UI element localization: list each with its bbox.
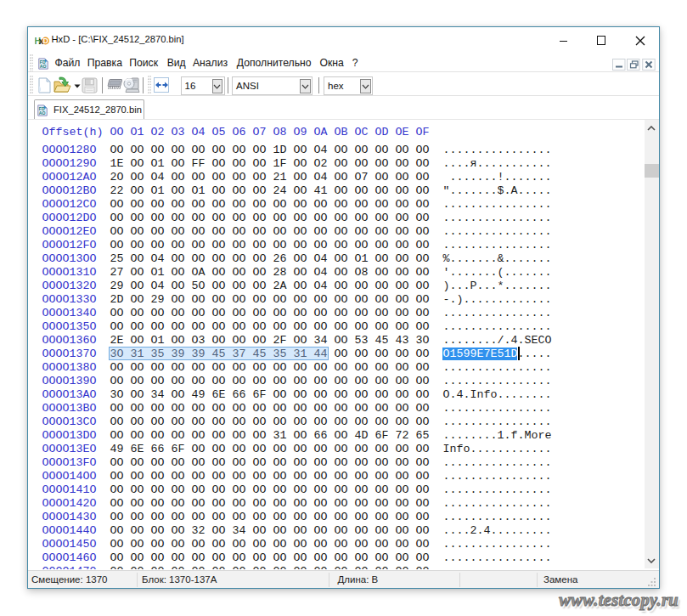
svg-text:D: D [42, 37, 48, 45]
svg-text:AO: AO [39, 110, 46, 116]
svg-text:AO: AO [39, 64, 46, 69]
